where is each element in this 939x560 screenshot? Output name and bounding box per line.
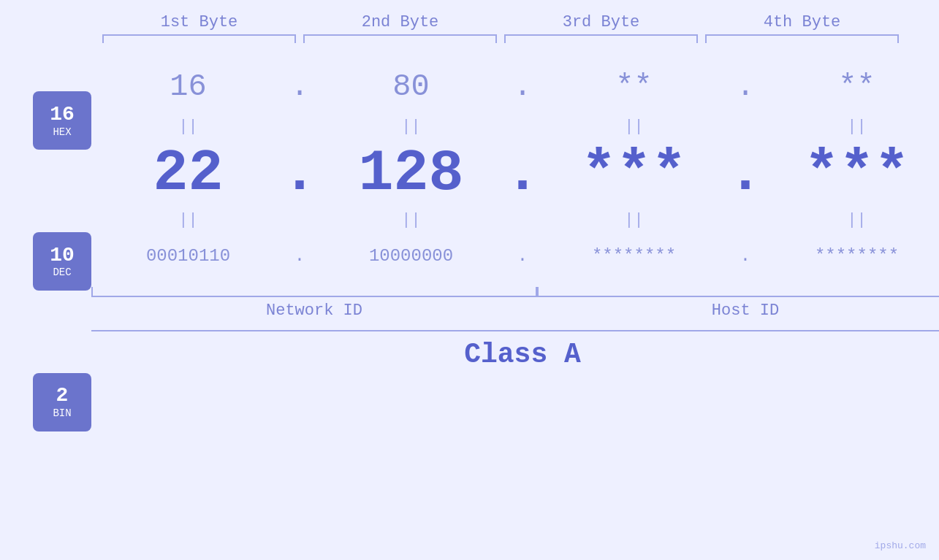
bin-badge-label: BIN [53,407,71,419]
bottom-bracket-row [91,285,939,297]
hex-data-row: 16 . 80 . ** . ** [91,58,939,116]
eq2-b3: || [537,211,731,229]
hex-badge-label: HEX [53,126,71,138]
header-row: 1st Byte 2nd Byte 3rd Byte 4th Byte [0,0,939,31]
dec-dot1: . [285,140,314,207]
eq1-b4: || [760,118,939,136]
byte3-label: 3rd Byte [501,13,702,31]
eq1-b2: || [314,118,508,136]
bin-dot1: . [285,246,314,266]
dec-b4: *** [760,140,939,207]
dec-dot3: . [731,140,760,207]
dec-b3: *** [537,140,731,207]
bin-dot3: . [731,246,760,266]
equals-row-1: || || || || [91,116,939,137]
byte1-label: 1st Byte [99,13,300,31]
dec-badge: 10 DEC [33,232,91,291]
eq2-b1: || [91,211,285,229]
hex-b4: ** [760,69,939,104]
eq2-b4: || [760,211,939,229]
bracket-byte1 [102,34,296,43]
top-bracket-row [0,34,939,43]
bin-badge-number: 2 [56,385,69,407]
eq2-b2: || [314,211,508,229]
dec-b2: 128 [314,140,508,207]
id-labels-row: Network ID Host ID [91,302,939,320]
byte4-label: 4th Byte [702,13,902,31]
network-id-label: Network ID [91,302,537,320]
bin-b2: 10000000 [314,246,508,266]
badges-column: 16 HEX 10 DEC 2 BIN [0,50,91,560]
bracket-byte2 [303,34,497,43]
main-container: 1st Byte 2nd Byte 3rd Byte 4th Byte 16 H… [0,0,939,560]
hex-dot2: . [508,69,537,104]
bracket-byte4 [705,34,899,43]
byte2-label: 2nd Byte [300,13,501,31]
hex-b2: 80 [314,69,508,104]
dec-data-row: 22 . 128 . *** . *** [91,137,939,210]
hex-badge: 16 HEX [33,91,91,150]
host-bracket [537,287,939,297]
dec-b1: 22 [91,140,285,207]
hex-dot1: . [285,69,314,104]
bin-dot2: . [508,246,537,266]
bracket-byte3 [504,34,698,43]
hex-b1: 16 [91,69,285,104]
data-rows: 16 . 80 . ** . ** [91,50,939,560]
watermark: ipshu.com [875,540,926,551]
network-bracket [91,287,537,297]
bin-data-row: 00010110 . 10000000 . ******** . [91,230,939,281]
hex-badge-number: 16 [50,104,75,126]
dec-badge-label: DEC [53,266,71,278]
hex-dot3: . [731,69,760,104]
bin-b3: ******** [537,246,731,266]
dec-dot2: . [508,140,537,207]
host-id-label: Host ID [537,302,939,320]
eq1-b1: || [91,118,285,136]
class-label: Class A [464,339,581,370]
class-section: Class A [91,330,939,370]
dec-badge-number: 10 [50,245,75,267]
class-top-line [91,330,939,331]
eq1-b3: || [537,118,731,136]
class-label-row: Class A [91,339,939,370]
bin-b4: ******** [760,246,939,266]
hex-b3: ** [537,69,731,104]
bin-badge: 2 BIN [33,373,91,431]
equals-row-2: || || || || [91,210,939,230]
bin-b1: 00010110 [91,246,285,266]
